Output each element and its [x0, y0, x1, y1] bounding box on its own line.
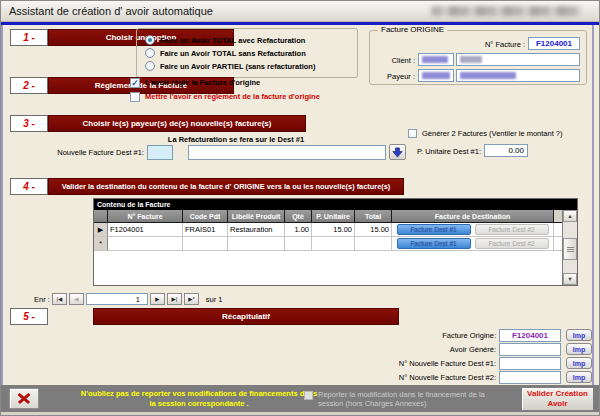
radio-label: Faire un Avoir TOTAL sans Refacturation [160, 49, 306, 58]
avoir-genere-label: Avoir Généré: [301, 345, 496, 354]
next-record-button[interactable]: ▶ [150, 293, 165, 305]
header-total: Total [355, 210, 392, 223]
imp-avoir-genere-button[interactable]: Imp [566, 343, 592, 355]
cell-total[interactable]: 15.00 [355, 223, 392, 237]
imp-facture-origine-button[interactable]: Imp [566, 329, 592, 341]
facture-dest2-button[interactable]: Facture Dest #2 [475, 238, 549, 249]
record-navigator: Enr : |◀ ◀ 1 ▶ ▶| ▶* sur 1 [34, 292, 223, 306]
payeur-label: Payeur : [370, 72, 415, 81]
grid-title: Contenu de la Facture [94, 199, 577, 210]
facture-dest1-button[interactable]: Facture Dest #1 [397, 238, 471, 249]
record-count-label: sur 1 [206, 295, 223, 304]
nouvelle-facture-dest1-recap-label: N° Nouvelle Facture Dest #1: [301, 359, 496, 368]
cell-p-unitaire[interactable]: 15.00 [312, 223, 355, 237]
radio-icon[interactable] [145, 61, 155, 71]
header-p-unitaire: P. Unitaire [312, 210, 355, 223]
scroll-down-icon[interactable]: ▼ [563, 273, 577, 285]
header-libelle-produit: Libellé Produit [228, 210, 285, 223]
radio-selected-icon[interactable] [145, 35, 155, 45]
close-x-icon [17, 392, 31, 405]
client-name-field[interactable] [456, 53, 580, 66]
form-body: 1 - Choisir une option Faire un Avoir TO… [1, 25, 599, 386]
cell-num-facture[interactable] [108, 237, 183, 251]
cell-destination: Facture Dest #1 Facture Dest #2 [392, 237, 554, 251]
redacted-payeur-name [460, 72, 516, 79]
scrollbar-thumb[interactable] [563, 238, 577, 260]
checkbox-generer-2-factures[interactable]: Générer 2 Factures (Ventiler le montant … [408, 129, 562, 138]
facture-dest1-button[interactable]: Facture Dest #1 [397, 224, 471, 235]
unchecked-checkbox-icon[interactable] [130, 92, 140, 102]
new-record-selector[interactable]: * [94, 237, 108, 251]
close-button[interactable] [9, 388, 39, 409]
dest1-code-input[interactable] [147, 145, 173, 160]
step-3-header: Choisir le(s) payeur(s) de(s) nouvelle(s… [48, 115, 306, 132]
current-record-input[interactable]: 1 [86, 293, 148, 305]
table-row-new[interactable]: * Facture Dest #1 Facture Dest #2 [94, 237, 577, 251]
valider-creation-avoir-button[interactable]: Valider Création Avoir [521, 387, 594, 411]
unchecked-checkbox-icon[interactable] [304, 391, 313, 400]
new-record-button[interactable]: ▶* [184, 293, 199, 305]
avoir-genere-field[interactable] [499, 343, 561, 356]
facture-origine-recap-value: F1204001 [503, 331, 557, 340]
table-row[interactable]: ▶ F1204001 FRAIS01 Restauration 1.00 15.… [94, 223, 577, 237]
cell-qte[interactable]: 1.00 [285, 223, 312, 237]
redacted-payeur-code [422, 72, 450, 79]
header-qte: Qté [285, 210, 312, 223]
header-code-pdt: Code Pdt [183, 210, 228, 223]
cell-libelle[interactable]: Restauration [228, 223, 285, 237]
facture-origine-groupbox: Facture ORIGINE N° Facture : F1204001 Cl… [369, 30, 587, 85]
nouvelle-facture-dest2-recap-field[interactable] [499, 371, 561, 384]
grid-vertical-scrollbar[interactable]: ▲ ▼ [562, 210, 577, 285]
num-facture-field[interactable]: F1204001 [528, 37, 580, 50]
checkbox-label: Mettre l'avoir en règlement de la factur… [145, 92, 320, 101]
report-modification-option[interactable]: Reporter la modification dans le finance… [304, 390, 496, 408]
radio-avoir-total-sans[interactable]: Faire un Avoir TOTAL sans Refacturation [145, 48, 306, 58]
header-row-selector [94, 210, 108, 223]
num-facture-value: F1204001 [532, 39, 576, 48]
scrollbar-track[interactable] [563, 222, 577, 273]
current-record-selector[interactable]: ▶ [94, 223, 108, 237]
pu-dest1-input[interactable]: 0.00 [484, 144, 528, 157]
last-record-button[interactable]: ▶| [167, 293, 182, 305]
cell-code-pdt[interactable] [183, 237, 228, 251]
scroll-up-icon[interactable]: ▲ [563, 210, 577, 222]
facture-dest2-button[interactable]: Facture Dest #2 [475, 224, 549, 235]
unchecked-checkbox-icon[interactable] [408, 129, 417, 138]
payeur-name-field[interactable] [456, 69, 580, 82]
right-border [592, 25, 594, 386]
client-code-field[interactable] [418, 53, 454, 66]
pu-dest1-label: P. Unitaire Dest #1: [396, 147, 481, 156]
header-num-facture: N° Facture [108, 210, 183, 223]
cell-qte[interactable] [285, 237, 312, 251]
facture-origine-title: Facture ORIGINE [378, 25, 447, 34]
radio-icon[interactable] [145, 48, 155, 58]
cell-p-unitaire[interactable] [312, 237, 355, 251]
step-4-number: 4 - [10, 178, 48, 195]
checked-checkbox-icon[interactable]: ✓ [130, 78, 140, 88]
checkbox-mettre-avoir[interactable]: Mettre l'avoir en règlement de la factur… [130, 92, 320, 102]
facture-origine-recap-field[interactable]: F1204001 [499, 329, 561, 342]
nouvelle-facture-dest1-label: Nouvelle Facture Dest #1: [39, 148, 144, 157]
imp-dest2-button[interactable]: Imp [566, 371, 592, 383]
cell-num-facture[interactable]: F1204001 [108, 223, 183, 237]
radio-avoir-total-avec[interactable]: Faire un Avoir TOTAL avec Refacturation [145, 35, 305, 45]
thumb-grip-icon [567, 247, 574, 252]
wizard-window: Assistant de création d' avoir automatiq… [0, 0, 600, 416]
redacted-client-code [422, 56, 448, 63]
header-facture-destination: Facture de Destination [392, 210, 554, 223]
nouvelle-facture-dest1-recap-field[interactable] [499, 357, 561, 370]
cell-code-pdt[interactable]: FRAIS01 [183, 223, 228, 237]
radio-avoir-partiel[interactable]: Faire un Avoir PARTIEL (sans refacturati… [145, 61, 315, 71]
imp-dest1-button[interactable]: Imp [566, 357, 592, 369]
dest1-name-input[interactable] [188, 145, 386, 160]
cell-libelle[interactable] [228, 237, 285, 251]
first-record-button[interactable]: |◀ [52, 293, 67, 305]
footer-bar: N'oubliez pas de reporter vos modificati… [1, 385, 599, 412]
refacturation-note: La Refacturation se fera sur le Dest #1 [111, 135, 361, 144]
checkbox-avoir-regle[interactable]: ✓ L'avoir règle la Facture d'origine [130, 78, 260, 88]
num-facture-label: N° Facture : [430, 40, 525, 49]
payeur-code-field[interactable] [418, 69, 454, 82]
previous-record-button[interactable]: ◀ [69, 293, 84, 305]
cell-total[interactable] [355, 237, 392, 251]
title-bar[interactable]: Assistant de création d' avoir automatiq… [1, 1, 599, 22]
